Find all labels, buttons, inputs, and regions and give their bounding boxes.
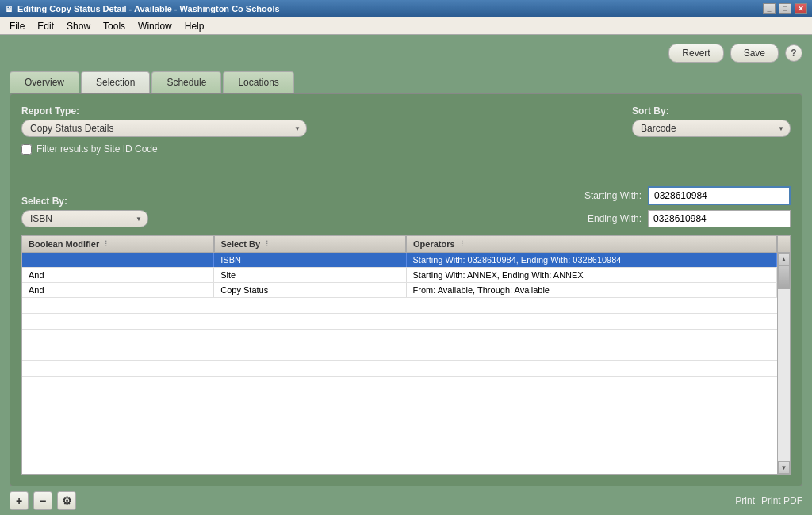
minimize-button[interactable]: _ (763, 3, 776, 14)
main-container: Revert Save ? Overview Selection Schedul… (0, 35, 812, 515)
window-title: Editing Copy Status Detail - Available -… (17, 4, 280, 13)
tab-overview[interactable]: Overview (10, 71, 79, 93)
remove-button[interactable]: − (33, 491, 52, 510)
table-row-empty (22, 345, 777, 361)
cell-boolean-modifier-3: And (22, 283, 214, 297)
menu-help[interactable]: Help (178, 19, 211, 33)
sort-by-select[interactable]: Barcode Title Author Call Number (632, 120, 791, 137)
scroll-up-button[interactable]: ▲ (778, 253, 790, 265)
menu-window[interactable]: Window (132, 19, 178, 33)
select-by-label: Select By: (21, 196, 148, 207)
table-header: Boolean Modifier ⋮ Select By ⋮ Operators… (22, 236, 790, 253)
cell-select-by-2: Site (214, 268, 406, 282)
scroll-down-button[interactable]: ▼ (778, 461, 790, 474)
close-button[interactable]: ✕ (795, 3, 807, 14)
menu-show[interactable]: Show (60, 19, 97, 33)
table-row-empty (22, 314, 777, 330)
app-icon: 🖥 (5, 5, 13, 13)
table-row-empty (22, 330, 777, 345)
cell-select-by-1: ISBN (214, 253, 406, 267)
cell-operators-3: From: Available, Through: Available (407, 283, 778, 297)
bottom-toolbar: + − ⚙ Print Print PDF (0, 486, 812, 515)
with-inputs: Starting With: Ending With: (570, 186, 791, 227)
cell-select-by-3: Copy Status (214, 283, 406, 297)
filter-checkbox-label: Filter results by Site ID Code (36, 143, 158, 154)
sort-by-label: Sort By: (632, 105, 791, 116)
ending-with-label: Ending With: (570, 213, 642, 224)
tabs-area: Overview Selection Schedule Locations (0, 71, 812, 93)
print-pdf-button[interactable]: Print PDF (761, 495, 802, 506)
print-button[interactable]: Print (735, 495, 755, 506)
table-scrollbar[interactable]: ▲ ▼ (777, 253, 790, 474)
tab-locations[interactable]: Locations (223, 71, 293, 93)
menu-file[interactable]: File (3, 19, 31, 33)
select-by-select[interactable]: ISBN Site Copy Status Title Barcode (21, 210, 148, 227)
cell-operators-1: Starting With: 0328610984, Ending With: … (407, 253, 778, 267)
ending-with-input[interactable] (648, 210, 791, 227)
top-form-area: Report Type: Copy Status Details Copy Li… (21, 105, 791, 154)
help-button[interactable]: ? (785, 44, 802, 62)
tab-schedule[interactable]: Schedule (151, 71, 221, 93)
save-button[interactable]: Save (730, 44, 779, 63)
table-rows: ISBN Starting With: 0328610984, Ending W… (22, 253, 777, 474)
col-select-by: Select By ⋮ (215, 236, 408, 252)
title-bar: 🖥 Editing Copy Status Detail - Available… (0, 0, 812, 17)
report-type-select[interactable]: Copy Status Details Copy List Copy Summa… (21, 120, 307, 137)
starting-with-input[interactable] (648, 186, 791, 205)
filter-checkbox[interactable] (21, 144, 32, 154)
cell-boolean-modifier-2: And (22, 268, 214, 282)
table-row[interactable]: ISBN Starting With: 0328610984, Ending W… (22, 253, 777, 268)
report-type-label: Report Type: (21, 105, 307, 116)
content-area: Report Type: Copy Status Details Copy Li… (10, 93, 802, 486)
resize-handle-2[interactable]: ⋮ (263, 240, 270, 248)
resize-handle-1[interactable]: ⋮ (102, 240, 109, 248)
table-row[interactable]: And Site Starting With: ANNEX, Ending Wi… (22, 268, 777, 283)
menu-edit[interactable]: Edit (31, 19, 60, 33)
col-boolean-modifier: Boolean Modifier ⋮ (22, 236, 215, 252)
menu-bar: File Edit Show Tools Window Help (0, 17, 812, 35)
cell-boolean-modifier-1 (22, 253, 214, 267)
tab-selection[interactable]: Selection (81, 71, 150, 93)
table-row[interactable]: And Copy Status From: Available, Through… (22, 283, 777, 298)
cell-operators-2: Starting With: ANNEX, Ending With: ANNEX (407, 268, 778, 282)
scrollbar-thumb[interactable] (778, 265, 790, 289)
add-button[interactable]: + (10, 491, 29, 510)
resize-handle-3[interactable]: ⋮ (458, 240, 465, 248)
table-row-empty (22, 361, 777, 377)
settings-button[interactable]: ⚙ (57, 491, 76, 510)
starting-with-label: Starting With: (570, 190, 642, 201)
data-table: Boolean Modifier ⋮ Select By ⋮ Operators… (21, 235, 791, 475)
toolbar: Revert Save ? (0, 35, 812, 71)
maximize-button[interactable]: □ (779, 3, 791, 14)
table-row-empty (22, 298, 777, 314)
col-operators: Operators ⋮ (407, 236, 777, 252)
menu-tools[interactable]: Tools (97, 19, 132, 33)
revert-button[interactable]: Revert (668, 44, 723, 63)
